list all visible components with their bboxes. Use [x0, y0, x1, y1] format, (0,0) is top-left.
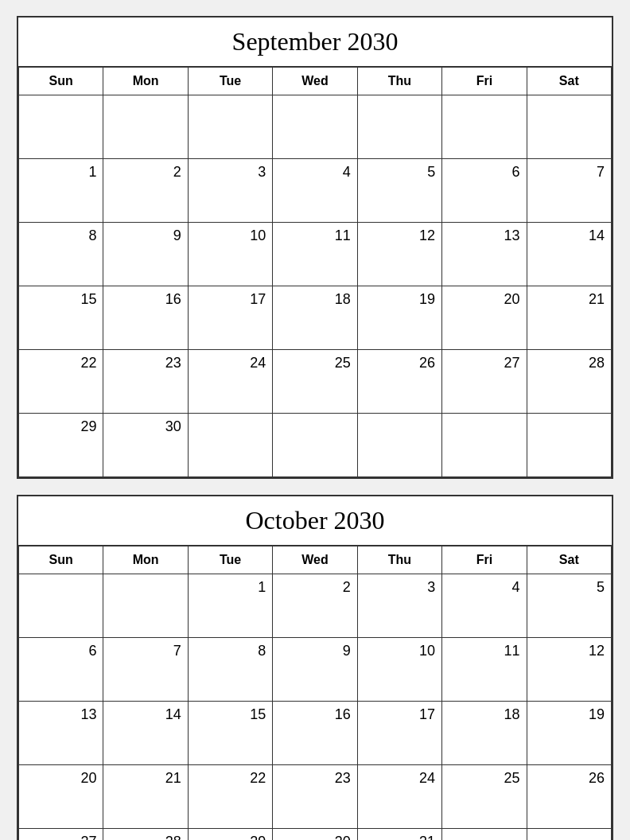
- sep-d25: 25: [273, 350, 357, 414]
- sep-d7: 7: [527, 159, 612, 223]
- oct-d20: 20: [19, 765, 103, 829]
- sep-d10: 10: [189, 223, 273, 286]
- oct-d16: 16: [273, 702, 357, 765]
- oct-d28: 28: [103, 829, 188, 840]
- oct-header-sun: Sun: [19, 546, 103, 574]
- sep-d17: 17: [189, 286, 273, 350]
- oct-w1-mon: [103, 574, 188, 638]
- sep-d20: 20: [442, 286, 527, 350]
- sep-w6-wed: [273, 414, 357, 477]
- sep-d29: 29: [19, 414, 103, 477]
- oct-d23: 23: [273, 765, 357, 829]
- oct-w5-sat: printcal.net: [527, 829, 612, 840]
- sep-header-wed: Wed: [273, 68, 357, 95]
- sep-header-fri: Fri: [442, 68, 527, 95]
- oct-d15: 15: [189, 702, 273, 765]
- oct-header-mon: Mon: [103, 546, 188, 574]
- sep-header-mon: Mon: [103, 68, 188, 95]
- oct-w1-sun: [19, 574, 103, 638]
- oct-d14: 14: [103, 702, 188, 765]
- sep-d11: 11: [273, 223, 357, 286]
- oct-d26: 26: [527, 765, 612, 829]
- oct-d1: 1: [189, 574, 273, 638]
- oct-d22: 22: [189, 765, 273, 829]
- september-calendar: September 2030 Sun Mon Tue Wed Thu Fri S…: [17, 16, 613, 479]
- sep-d19: 19: [358, 286, 442, 350]
- oct-d25: 25: [442, 765, 527, 829]
- sep-w6-thu: [358, 414, 442, 477]
- sep-d5: 5: [358, 159, 442, 223]
- sep-w1-mon: [103, 95, 188, 159]
- sep-w6-tue: [189, 414, 273, 477]
- oct-d27: 27: [19, 829, 103, 840]
- sep-w6-sat: [527, 414, 612, 477]
- sep-w1-fri: [442, 95, 527, 159]
- sep-header-sun: Sun: [19, 68, 103, 95]
- oct-w5-fri: [442, 829, 527, 840]
- oct-d9: 9: [273, 638, 357, 702]
- sep-w6-fri: [442, 414, 527, 477]
- october-calendar: October 2030 Sun Mon Tue Wed Thu Fri Sat…: [17, 495, 613, 840]
- sep-d15: 15: [19, 286, 103, 350]
- oct-header-fri: Fri: [442, 546, 527, 574]
- sep-d13: 13: [442, 223, 527, 286]
- oct-d17: 17: [358, 702, 442, 765]
- oct-d8: 8: [189, 638, 273, 702]
- sep-header-thu: Thu: [358, 68, 442, 95]
- oct-d13: 13: [19, 702, 103, 765]
- sep-d27: 27: [442, 350, 527, 414]
- sep-d14: 14: [527, 223, 612, 286]
- sep-d8: 8: [19, 223, 103, 286]
- oct-d7: 7: [103, 638, 188, 702]
- september-title: September 2030: [18, 18, 612, 68]
- oct-d24: 24: [358, 765, 442, 829]
- sep-d1: 1: [19, 159, 103, 223]
- oct-header-tue: Tue: [189, 546, 273, 574]
- oct-d10: 10: [358, 638, 442, 702]
- october-title: October 2030: [18, 496, 612, 546]
- oct-d30: 30: [273, 829, 357, 840]
- sep-w1-sun: [19, 95, 103, 159]
- sep-d18: 18: [273, 286, 357, 350]
- oct-d31: 31: [358, 829, 442, 840]
- sep-d16: 16: [103, 286, 188, 350]
- sep-d12: 12: [358, 223, 442, 286]
- sep-d28: 28: [527, 350, 612, 414]
- oct-d2: 2: [273, 574, 357, 638]
- sep-d23: 23: [103, 350, 188, 414]
- oct-header-wed: Wed: [273, 546, 357, 574]
- sep-d24: 24: [189, 350, 273, 414]
- sep-w1-sat: [527, 95, 612, 159]
- sep-w1-thu: [358, 95, 442, 159]
- oct-d11: 11: [442, 638, 527, 702]
- oct-d12: 12: [527, 638, 612, 702]
- sep-w1-tue: [189, 95, 273, 159]
- sep-d3: 3: [189, 159, 273, 223]
- sep-d6: 6: [442, 159, 527, 223]
- oct-d4: 4: [442, 574, 527, 638]
- sep-d26: 26: [358, 350, 442, 414]
- oct-d21: 21: [103, 765, 188, 829]
- sep-d2: 2: [103, 159, 188, 223]
- oct-header-sat: Sat: [527, 546, 612, 574]
- sep-w1-wed: [273, 95, 357, 159]
- sep-d9: 9: [103, 223, 188, 286]
- oct-d3: 3: [358, 574, 442, 638]
- oct-d18: 18: [442, 702, 527, 765]
- sep-d21: 21: [527, 286, 612, 350]
- sep-header-sat: Sat: [527, 68, 612, 95]
- sep-d30: 30: [103, 414, 188, 477]
- sep-header-tue: Tue: [189, 68, 273, 95]
- oct-header-thu: Thu: [358, 546, 442, 574]
- september-grid: Sun Mon Tue Wed Thu Fri Sat 1 2 3 4 5 6 …: [18, 68, 612, 477]
- oct-d6: 6: [19, 638, 103, 702]
- oct-d19: 19: [527, 702, 612, 765]
- oct-d29: 29: [189, 829, 273, 840]
- sep-d4: 4: [273, 159, 357, 223]
- oct-d5: 5: [527, 574, 612, 638]
- october-grid: Sun Mon Tue Wed Thu Fri Sat 1 2 3 4 5 6 …: [18, 546, 612, 840]
- sep-d22: 22: [19, 350, 103, 414]
